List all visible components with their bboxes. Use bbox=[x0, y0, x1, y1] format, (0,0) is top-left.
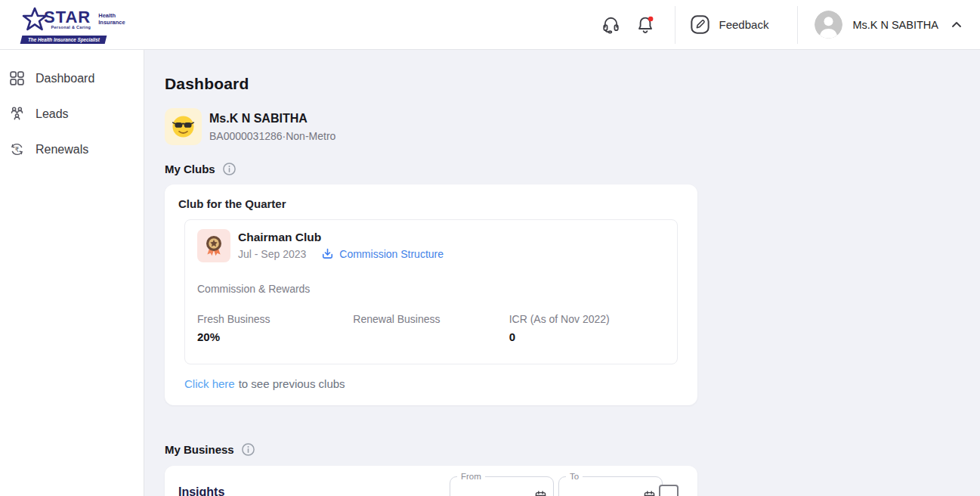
profile-name: Ms.K N SABITHA bbox=[209, 112, 335, 126]
notifications-button[interactable] bbox=[635, 15, 655, 35]
sidebar-item-dashboard[interactable]: Dashboard bbox=[0, 62, 144, 95]
page-title: Dashboard bbox=[165, 75, 980, 93]
club-quarter-card: Club for the Quarter Chairman Club bbox=[165, 184, 697, 405]
stat-fresh-business: Fresh Business 20% bbox=[197, 313, 353, 344]
logo-banner: The Health Insurance Specialist bbox=[20, 36, 107, 44]
commission-structure-link[interactable]: Commission Structure bbox=[321, 247, 444, 260]
main-content: Dashboard Ms.K N SABITHA BA0000031286·No… bbox=[144, 50, 980, 496]
logo-subtext: Personal & Caring bbox=[51, 25, 91, 29]
previous-clubs-line: Click hereto see previous clubs bbox=[184, 377, 684, 390]
sidebar-item-renewals[interactable]: ₹ Renewals bbox=[0, 133, 144, 166]
previous-clubs-text: to see previous clubs bbox=[239, 377, 345, 390]
date-to-label: To bbox=[566, 472, 583, 481]
medal-icon bbox=[197, 229, 230, 262]
commission-structure-label: Commission Structure bbox=[339, 248, 444, 260]
logo-insurance-text: Insurance bbox=[98, 20, 125, 26]
my-business-header: My Business bbox=[165, 442, 980, 457]
agent-profile: Ms.K N SABITHA BA0000031286·Non-Metro bbox=[165, 108, 980, 145]
info-icon bbox=[241, 442, 255, 457]
calendar-icon[interactable] bbox=[643, 490, 656, 496]
headset-icon bbox=[601, 15, 620, 34]
club-detail-panel: Chairman Club Jul - Sep 2023 bbox=[184, 219, 678, 364]
club-period: Jul - Sep 2023 bbox=[238, 248, 306, 260]
my-clubs-info-button[interactable] bbox=[222, 162, 236, 176]
my-clubs-header: My Clubs bbox=[165, 162, 980, 176]
notification-dot bbox=[648, 16, 653, 21]
star-health-logo[interactable]: STAR Personal & Caring Health Insurance … bbox=[21, 6, 110, 44]
sidebar-item-label: Renewals bbox=[36, 143, 88, 157]
people-icon bbox=[8, 105, 26, 122]
user-avatar bbox=[815, 11, 842, 39]
chevron-up-icon bbox=[951, 21, 962, 28]
insights-title: Insights bbox=[178, 485, 224, 496]
user-name: Ms.K N SABITHA bbox=[852, 19, 938, 31]
club-card-title: Club for the Quarter bbox=[178, 197, 684, 210]
my-business-info-button[interactable] bbox=[241, 442, 255, 457]
rupee-refresh-icon: ₹ bbox=[8, 141, 26, 158]
sidebar-item-label: Dashboard bbox=[36, 72, 94, 85]
calendar-icon[interactable] bbox=[534, 490, 547, 496]
stat-renewal-business: Renewal Business bbox=[353, 313, 509, 344]
dashboard-page: STAR Personal & Caring Health Insurance … bbox=[0, 0, 980, 496]
sidebar: Dashboard Leads bbox=[0, 50, 144, 496]
date-to-field[interactable]: To bbox=[558, 472, 663, 496]
my-clubs-title: My Clubs bbox=[165, 163, 215, 175]
date-from-field[interactable]: From bbox=[450, 472, 554, 496]
svg-text:₹: ₹ bbox=[15, 146, 20, 153]
sidebar-item-label: Leads bbox=[36, 107, 69, 121]
support-headset-button[interactable] bbox=[601, 15, 620, 34]
report-square-button[interactable] bbox=[659, 485, 679, 496]
bell-icon bbox=[635, 15, 655, 35]
info-icon bbox=[222, 162, 236, 176]
stat-value: 20% bbox=[197, 330, 353, 344]
stat-label: ICR (As of Nov 2022) bbox=[509, 313, 665, 325]
stat-value bbox=[353, 330, 509, 344]
my-business-title: My Business bbox=[165, 443, 234, 456]
logo-brand-text: STAR bbox=[44, 10, 91, 25]
feedback-pencil-icon bbox=[689, 14, 711, 36]
sunglasses-emoji-avatar bbox=[165, 108, 202, 145]
download-icon bbox=[321, 247, 334, 260]
sidebar-item-leads[interactable]: Leads bbox=[0, 98, 144, 130]
date-from-label: From bbox=[457, 472, 485, 481]
profile-id-line: BA0000031286·Non-Metro bbox=[209, 130, 335, 142]
stat-value: 0 bbox=[509, 330, 665, 344]
stat-label: Fresh Business bbox=[197, 313, 353, 325]
feedback-label: Feedback bbox=[719, 18, 769, 31]
previous-clubs-link[interactable]: Click here bbox=[184, 377, 235, 390]
commission-rewards-label: Commission & Rewards bbox=[197, 283, 665, 295]
grid-icon bbox=[8, 70, 26, 87]
user-menu[interactable]: Ms.K N SABITHA bbox=[798, 11, 962, 39]
top-bar: STAR Personal & Caring Health Insurance … bbox=[0, 0, 980, 50]
club-stats: Fresh Business 20% Renewal Business ICR … bbox=[197, 313, 665, 344]
club-name: Chairman Club bbox=[238, 231, 444, 244]
feedback-button[interactable]: Feedback bbox=[675, 0, 798, 49]
stat-icr: ICR (As of Nov 2022) 0 bbox=[509, 313, 665, 344]
stat-label: Renewal Business bbox=[353, 313, 509, 325]
insights-card: Insights From To bbox=[165, 466, 697, 496]
